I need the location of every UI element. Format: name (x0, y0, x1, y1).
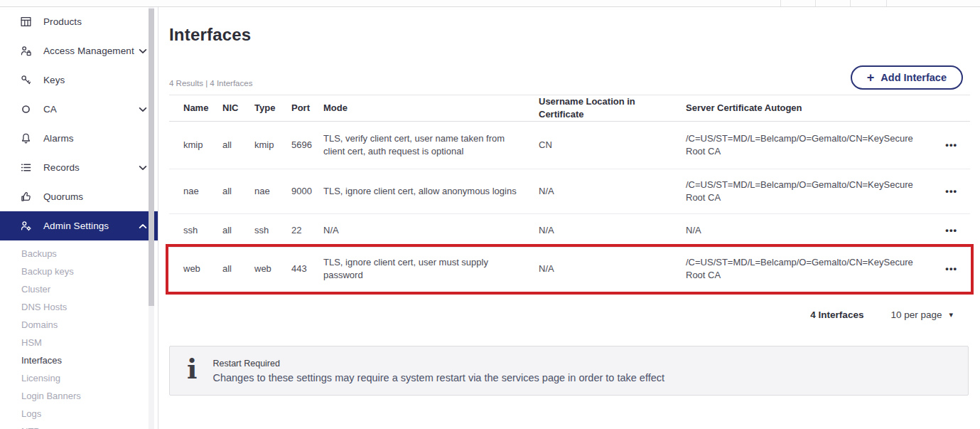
cell-mode: TLS, ignore client cert, user must suppl… (323, 256, 534, 282)
sidebar-subitem-licensing[interactable]: Licensing (0, 369, 158, 387)
chevron-down-icon (138, 163, 148, 173)
cell-server-cert: /C=US/ST=MD/L=Belcamp/O=Gemalto/CN=KeySe… (686, 132, 899, 158)
sidebar: Products Access Management Keys CA Alarm… (0, 7, 158, 429)
cell-username-location: N/A (539, 185, 686, 198)
cell-nic: all (222, 263, 254, 275)
sidebar-nav: Products Access Management Keys CA Alarm… (0, 7, 158, 240)
table-header-row: NameNICTypePortModeUsername Location in … (169, 95, 970, 122)
no-chevron (138, 75, 148, 85)
sidebar-item-label: Records (43, 162, 138, 173)
cell-username-location: CN (539, 139, 686, 152)
notice-title: Restart Required (212, 359, 664, 369)
sidebar-item-label: Products (43, 16, 138, 27)
table-row-kmip: kmip all kmip 5696 TLS, verify client ce… (169, 122, 970, 169)
pagination-count: 4 Interfaces (810, 309, 863, 320)
sidebar-item-ca[interactable]: CA (0, 95, 158, 124)
header-divider (850, 0, 851, 6)
sidebar-subitem-dns-hosts[interactable]: DNS Hosts (0, 298, 158, 316)
cell-username-location: N/A (539, 263, 686, 275)
sidebar-subitem-domains[interactable]: Domains (0, 316, 158, 334)
column-header: Type (254, 102, 291, 115)
sidebar-subitem-cluster[interactable]: Cluster (0, 280, 158, 298)
cell-nic: all (222, 139, 254, 152)
sidebar-subitem-interfaces[interactable]: Interfaces (0, 351, 158, 369)
sidebar-subitem-login-banners[interactable]: Login Banners (0, 387, 158, 405)
list-icon (20, 161, 32, 174)
circle-icon (20, 103, 32, 115)
top-header-strip (0, 0, 980, 7)
column-header: Server Certificate Autogen (686, 102, 936, 115)
row-actions-button[interactable]: ••• (944, 185, 959, 198)
cell-name: ssh (183, 224, 222, 237)
row-actions-button[interactable]: ••• (944, 139, 959, 152)
column-header: Username Location in Certificate (539, 95, 686, 121)
sidebar-item-admin-settings[interactable]: Admin Settings (0, 211, 158, 240)
cell-type: web (254, 263, 291, 275)
sidebar-item-label: Alarms (43, 133, 138, 144)
sidebar-item-keys[interactable]: Keys (0, 65, 158, 95)
add-interface-button[interactable]: + Add Interface (851, 65, 963, 90)
bell-icon (20, 132, 32, 144)
table-row-web: web all web 443 TLS, ignore client cert,… (169, 248, 970, 291)
cell-port: 5696 (291, 139, 323, 152)
plus-icon: + (867, 73, 875, 83)
sidebar-item-label: Quorums (43, 191, 138, 202)
sidebar-item-access-management[interactable]: Access Management (0, 36, 158, 65)
sidebar-item-label: CA (43, 104, 138, 115)
sidebar-item-alarms[interactable]: Alarms (0, 124, 158, 153)
sidebar-item-label: Keys (43, 75, 138, 85)
cell-server-cert: /C=US/ST=MD/L=Belcamp/O=Gemalto/CN=KeySe… (686, 256, 899, 282)
cell-name: nae (183, 185, 222, 198)
cell-name: web (183, 263, 222, 275)
chevron-down-icon (138, 46, 148, 56)
row-actions-button[interactable]: ••• (944, 263, 959, 275)
sidebar-item-products[interactable]: Products (0, 7, 158, 36)
column-header: Mode (323, 102, 539, 115)
grid-icon (20, 16, 32, 28)
add-interface-label: Add Interface (881, 72, 947, 83)
cell-port: 443 (291, 263, 323, 275)
main-content: Interfaces 4 Results | 4 Interfaces + Ad… (159, 7, 980, 429)
page-title: Interfaces (169, 25, 980, 45)
cell-username-location: N/A (539, 224, 686, 237)
column-header: NIC (222, 102, 254, 115)
header-divider (886, 0, 887, 6)
results-bar: 4 Results | 4 Interfaces (169, 76, 970, 95)
info-icon: i (187, 359, 197, 380)
chevron-down-icon (138, 105, 148, 115)
header-divider (815, 0, 816, 6)
sidebar-item-records[interactable]: Records (0, 153, 158, 182)
cell-mode: TLS, verify client cert, user name taken… (323, 132, 534, 158)
cell-nic: all (222, 224, 254, 237)
cell-server-cert: N/A (686, 224, 899, 237)
chevron-down-icon: ▾ (949, 310, 953, 319)
sidebar-subitem-backups[interactable]: Backups (0, 245, 158, 263)
user-lock-icon (20, 45, 32, 57)
no-chevron (138, 192, 148, 202)
sidebar-subitem-backup-keys[interactable]: Backup keys (0, 263, 158, 280)
per-page-dropdown[interactable]: 10 per page ▾ (890, 309, 953, 320)
notice-message: Changes to these settings may require a … (212, 372, 664, 383)
sidebar-subitem-logs[interactable]: Logs (0, 405, 158, 423)
cell-nic: all (222, 185, 254, 198)
column-header: Port (291, 102, 323, 115)
user-gear-icon (20, 220, 32, 232)
cell-type: nae (254, 185, 291, 198)
key-icon (20, 74, 32, 86)
chevron-up-icon (138, 221, 148, 231)
sidebar-subitem-hsm[interactable]: HSM (0, 334, 158, 351)
row-actions-button[interactable]: ••• (944, 224, 959, 237)
no-chevron (138, 134, 148, 144)
restart-notice: i Restart Required Changes to these sett… (169, 346, 969, 396)
sidebar-subitem-ntp[interactable]: NTP (0, 423, 158, 429)
sidebar-item-quorums[interactable]: Quorums (0, 182, 158, 211)
interfaces-table: NameNICTypePortModeUsername Location in … (169, 95, 970, 291)
header-divider (780, 0, 781, 6)
cell-mode: N/A (323, 224, 534, 237)
cell-type: kmip (254, 139, 291, 152)
sidebar-scrollbar-thumb[interactable] (149, 9, 154, 306)
sidebar-scrollbar[interactable] (149, 7, 154, 429)
per-page-label: 10 per page (890, 309, 942, 320)
cell-port: 9000 (291, 185, 323, 198)
table-body: kmip all kmip 5696 TLS, verify client ce… (169, 122, 970, 291)
